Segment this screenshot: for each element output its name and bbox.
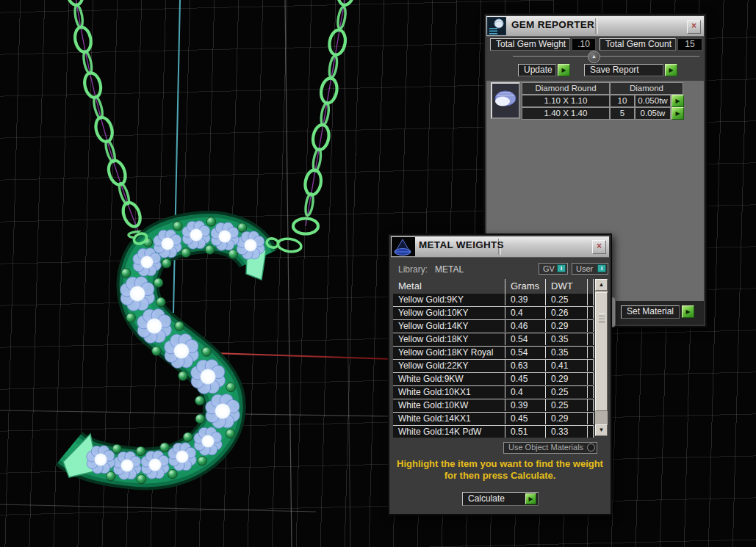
diamond-gem-highlight: [218, 407, 227, 416]
diamond-gem-highlight: [150, 322, 159, 330]
update-run-icon[interactable]: ▶: [558, 64, 570, 76]
dwt-cell: 0.29: [546, 320, 588, 332]
spare-cell: [588, 347, 594, 358]
total-gem-count-label: Total Gem Count: [600, 38, 676, 51]
gem-thumbnail[interactable]: [491, 82, 520, 119]
diamond-gem-highlight: [179, 453, 186, 460]
grid-accent-line: [0, 410, 391, 416]
scroll-up-icon[interactable]: ▲: [595, 279, 608, 291]
diamond-gem-highlight: [143, 258, 151, 266]
metal-name-cell: Yellow Gold:10KY: [393, 307, 505, 319]
gem-row-run-icon[interactable]: ▶: [672, 107, 684, 120]
user-toggle-state-icon[interactable]: I: [597, 264, 606, 272]
metal-row[interactable]: White Gold:9KW0.450.29: [393, 373, 594, 386]
calculate-run-icon[interactable]: ▶: [525, 493, 536, 504]
grid-accent-line: [285, 0, 292, 547]
gv-toggle[interactable]: GV I: [539, 263, 568, 275]
metal-name-cell: Yellow Gold:18KY: [393, 333, 505, 345]
metal-weights-close-icon[interactable]: ×: [592, 240, 606, 254]
set-material-run-icon[interactable]: ▶: [682, 305, 694, 318]
spare-cell: [588, 426, 594, 438]
jewelry-cad-viewport: GEM REPORTER × Total Gem Weight .10 Tota…: [0, 0, 756, 547]
gem-shape-header: Diamond Round: [522, 82, 610, 95]
scroll-down-icon[interactable]: ▼: [595, 424, 608, 436]
gem-size-cell[interactable]: 1.10 X 1.10: [522, 95, 610, 107]
gem-count-cell[interactable]: 5: [610, 107, 635, 120]
update-button[interactable]: Update: [518, 64, 556, 76]
diamond-gem-highlight: [221, 233, 228, 240]
milgrain-bead: [175, 322, 184, 331]
diamond-gem-highlight: [133, 289, 142, 298]
grams-cell: 0.63: [505, 360, 546, 372]
metal-name-cell: Yellow Gold:14KY: [393, 320, 505, 332]
metal-row[interactable]: Yellow Gold:10KY0.40.26: [393, 307, 594, 320]
metal-row[interactable]: White Gold:10KX10.40.25: [393, 386, 594, 399]
metal-row[interactable]: White Gold:14K PdW0.510.33: [393, 426, 594, 438]
metal-row[interactable]: Yellow Gold:14KY0.460.29: [393, 320, 594, 333]
metal-name-cell: White Gold:10KW: [393, 399, 505, 411]
scrollbar-thumb[interactable]: [595, 292, 608, 411]
metal-weights-table[interactable]: Yellow Gold:9KY0.390.25Yellow Gold:10KY0…: [393, 294, 594, 438]
total-gem-weight-value: .10: [572, 38, 596, 51]
milgrain-bead: [195, 414, 205, 424]
diamond-gem-highlight: [123, 462, 131, 469]
gem-reporter-close-icon[interactable]: ×: [687, 20, 701, 34]
grams-cell: 0.4: [505, 386, 546, 398]
column-header-grams[interactable]: Grams: [505, 279, 546, 294]
dwt-cell: 0.33: [546, 426, 588, 438]
diamond-gem-highlight: [247, 242, 254, 249]
use-object-materials-label: Use Object Materials: [508, 443, 583, 452]
chain-rail-line: [306, 0, 346, 226]
milgrain-bead: [202, 347, 212, 357]
radio-circle-icon[interactable]: [587, 443, 595, 452]
metal-row[interactable]: Yellow Gold:18KY0.540.35: [393, 333, 594, 347]
titlebar-groove: [595, 18, 598, 34]
gem-row-run-icon[interactable]: ▶: [672, 95, 684, 107]
diamond-gem-highlight: [164, 240, 171, 247]
metal-row[interactable]: White Gold:10KW0.390.25: [393, 399, 594, 413]
diamond-gem-highlight: [192, 231, 200, 239]
metal-row[interactable]: Yellow Gold:9KY0.390.25: [393, 294, 594, 307]
gv-toggle-state-icon[interactable]: I: [557, 264, 566, 272]
grams-cell: 0.39: [505, 294, 546, 305]
milgrain-bead: [152, 347, 162, 356]
column-header-dwt[interactable]: DWT: [546, 279, 588, 294]
gem-weight-cell[interactable]: 0.05tw: [635, 107, 671, 120]
milgrain-bead: [156, 297, 166, 307]
metal-row[interactable]: Yellow Gold:18KY Royal0.540.35: [393, 347, 594, 360]
grams-cell: 0.45: [505, 413, 546, 424]
diamond-gem-highlight: [97, 456, 104, 463]
gem-count-cell[interactable]: 10: [610, 95, 635, 107]
collapse-button[interactable]: ▲: [588, 51, 600, 63]
metal-name-cell: Yellow Gold:9KY: [393, 294, 505, 305]
metal-row[interactable]: Yellow Gold:22KY0.630.41: [393, 360, 594, 373]
milgrain-bead: [121, 269, 131, 278]
spare-cell: [588, 413, 594, 424]
milgrain-bead: [198, 456, 207, 466]
chain-link: [65, 0, 84, 6]
save-report-button[interactable]: Save Report: [584, 64, 663, 76]
metal-weights-title: METAL WEIGHTS: [419, 235, 504, 256]
use-object-materials-button[interactable]: Use Object Materials: [503, 442, 597, 454]
spare-cell: [588, 333, 594, 345]
table-scrollbar[interactable]: ▲ ▼: [595, 279, 608, 436]
diamond-gem-highlight: [204, 372, 212, 381]
column-header-metal[interactable]: Metal: [393, 279, 505, 294]
milgrain-bead: [205, 245, 215, 255]
milgrain-bead: [137, 474, 146, 484]
gem-size-cell[interactable]: 1.40 X 1.40: [522, 107, 610, 120]
metal-row[interactable]: White Gold:14KX10.450.29: [393, 413, 594, 426]
user-toggle[interactable]: User I: [572, 263, 608, 275]
dwt-cell: 0.25: [546, 399, 588, 411]
save-report-run-icon[interactable]: ▶: [665, 64, 677, 76]
dwt-cell: 0.29: [546, 413, 588, 424]
milgrain-bead: [226, 383, 236, 392]
metal-name-cell: Yellow Gold:22KY: [393, 360, 505, 372]
gem-weight-cell[interactable]: 0.050tw: [635, 95, 671, 107]
dwt-cell: 0.29: [546, 373, 588, 385]
dwt-cell: 0.35: [546, 333, 588, 345]
grid-accent-line: [0, 504, 316, 512]
set-material-button[interactable]: Set Material: [621, 305, 680, 319]
metal-name-cell: White Gold:10KX1: [393, 386, 505, 398]
metal-name-cell: Yellow Gold:18KY Royal: [393, 347, 505, 358]
